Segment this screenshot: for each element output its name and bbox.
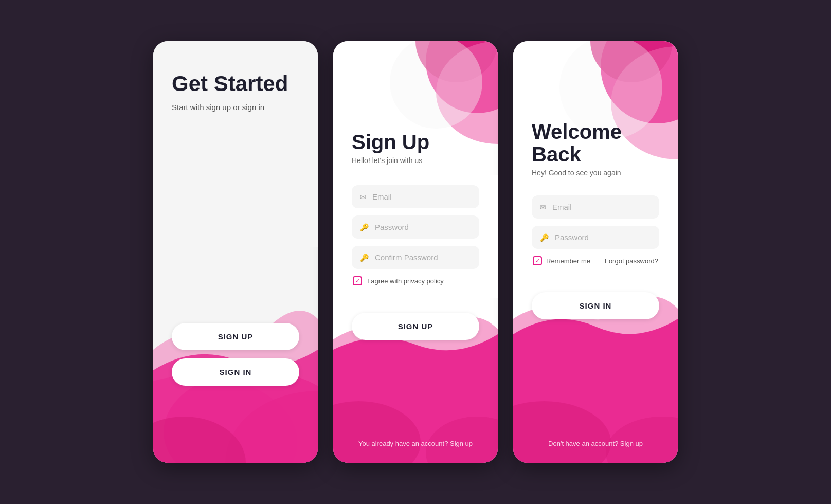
remember-row: ✓ Remember me Forgot password? <box>532 256 659 265</box>
signup-title: Sign Up <box>352 131 479 153</box>
signin-email-icon: ✉ <box>540 203 546 211</box>
signin-bottom: SIGN IN Don't have an account? Sign up <box>513 278 678 463</box>
privacy-label: I agree with privacy policy <box>367 277 444 285</box>
email-placeholder: Email <box>372 192 392 201</box>
privacy-checkbox[interactable]: ✓ <box>353 276 362 285</box>
get-started-buttons: SIGN UP SIGN IN <box>153 323 318 386</box>
get-started-subtitle: Start with sign up or sign in <box>172 103 299 112</box>
get-started-title: Get Started <box>172 72 299 96</box>
email-icon: ✉ <box>360 193 366 201</box>
signin-password-input-group[interactable]: 🔑 Password <box>532 226 659 249</box>
signin-title: Welcome Back <box>532 120 659 166</box>
check-icon: ✓ <box>355 278 360 284</box>
signup-top: Sign Up Hello! let's join with us <box>333 41 498 175</box>
signup-subtitle: Hello! let's join with us <box>352 156 479 165</box>
screens-container: Get Started Start with sign up or sign i… <box>153 41 678 463</box>
signup-bottom: SIGN UP You already have an account? Sig… <box>333 298 498 463</box>
signup-title-area: Sign Up Hello! let's join with us <box>333 131 498 175</box>
remember-checkbox[interactable]: ✓ <box>533 256 542 265</box>
screen-signin: Welcome Back Hey! Good to see you again … <box>513 41 678 463</box>
signin-top: Welcome Back Hey! Good to see you again <box>513 41 678 185</box>
signup-button[interactable]: SIGN UP <box>172 323 299 350</box>
screen-get-started: Get Started Start with sign up or sign i… <box>153 41 318 463</box>
signin-button[interactable]: SIGN IN <box>172 358 299 386</box>
signup-form: ✉ Email 🔑 Password 🔑 Confirm Password ✓ … <box>333 175 498 298</box>
remember-left[interactable]: ✓ Remember me <box>533 256 590 265</box>
signin-password-placeholder: Password <box>555 233 589 242</box>
privacy-checkbox-row[interactable]: ✓ I agree with privacy policy <box>352 276 479 285</box>
signin-subtitle: Hey! Good to see you again <box>532 169 659 177</box>
signup-btn-area: SIGN UP <box>333 313 498 340</box>
confirm-password-icon: 🔑 <box>360 254 369 262</box>
get-started-top: Get Started Start with sign up or sign i… <box>153 41 318 247</box>
get-started-bottom: SIGN UP SIGN IN <box>153 247 318 463</box>
forgot-password-link[interactable]: Forgot password? <box>605 257 658 265</box>
signup-submit-button[interactable]: SIGN UP <box>352 313 479 340</box>
signin-email-input-group[interactable]: ✉ Email <box>532 195 659 219</box>
email-input-group[interactable]: ✉ Email <box>352 185 479 208</box>
signup-footer[interactable]: You already have an account? Sign up <box>333 440 498 447</box>
password-placeholder: Password <box>375 223 409 231</box>
signin-title-area: Welcome Back Hey! Good to see you again <box>513 120 678 185</box>
remember-label: Remember me <box>546 257 590 265</box>
signin-form: ✉ Email 🔑 Password ✓ Remember me Forgot … <box>513 185 678 265</box>
password-icon: 🔑 <box>360 223 369 231</box>
signin-submit-button[interactable]: SIGN IN <box>532 292 659 319</box>
screen-signup: Sign Up Hello! let's join with us ✉ Emai… <box>333 41 498 463</box>
signin-btn-area: SIGN IN <box>513 292 678 319</box>
remember-check-icon: ✓ <box>535 258 540 264</box>
signin-email-placeholder: Email <box>552 203 572 211</box>
confirm-password-input-group[interactable]: 🔑 Confirm Password <box>352 246 479 269</box>
signin-footer[interactable]: Don't have an account? Sign up <box>513 440 678 447</box>
password-input-group[interactable]: 🔑 Password <box>352 215 479 239</box>
signin-password-icon: 🔑 <box>540 233 549 242</box>
confirm-password-placeholder: Confirm Password <box>375 253 438 262</box>
